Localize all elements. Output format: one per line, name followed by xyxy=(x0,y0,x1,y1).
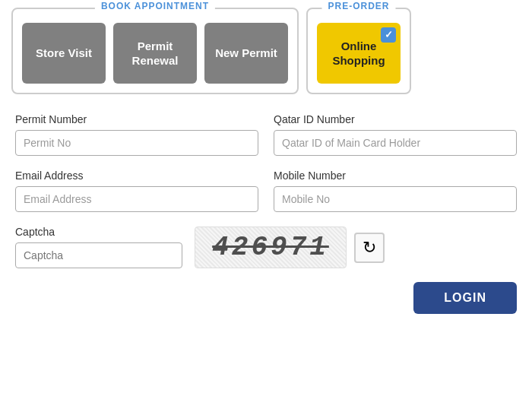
form-section: Permit Number Qatar ID Number Email Addr… xyxy=(0,106,532,337)
captcha-image: 426971 xyxy=(195,227,347,268)
permit-renewal-tab[interactable]: Permit Renewal xyxy=(113,23,197,84)
recaptcha-icon[interactable]: ↻ xyxy=(354,233,385,263)
captcha-image-area: 426971 ↻ xyxy=(195,227,517,268)
login-button[interactable]: LOGIN xyxy=(413,282,517,314)
mobile-label: Mobile Number xyxy=(274,169,517,182)
online-shopping-tab[interactable]: Online Shopping ✓ xyxy=(317,23,401,84)
new-permit-tab[interactable]: New Permit xyxy=(204,23,288,84)
captcha-text: 426971 xyxy=(212,232,329,263)
email-group: Email Address xyxy=(15,169,258,212)
permit-number-input[interactable] xyxy=(15,130,258,156)
book-appointment-label: BOOK APPOINTMENT xyxy=(95,1,215,11)
captcha-label: Captcha xyxy=(15,226,182,238)
captcha-row: Captcha 426971 ↻ xyxy=(15,226,517,268)
mobile-input[interactable] xyxy=(274,186,517,212)
permit-qatar-row: Permit Number Qatar ID Number xyxy=(15,113,517,156)
email-input[interactable] xyxy=(15,186,258,212)
pre-order-group: PRE-ORDER Online Shopping ✓ xyxy=(306,8,411,94)
qatar-id-label: Qatar ID Number xyxy=(274,113,517,125)
qatar-id-group: Qatar ID Number xyxy=(274,113,517,156)
book-appointment-group: BOOK APPOINTMENT Store Visit Permit Rene… xyxy=(11,8,299,94)
captcha-input[interactable] xyxy=(15,242,182,268)
login-row: LOGIN xyxy=(15,282,517,322)
qatar-id-input[interactable] xyxy=(274,130,517,156)
permit-number-label: Permit Number xyxy=(15,113,258,125)
checkmark-icon: ✓ xyxy=(381,27,396,43)
pre-order-label: PRE-ORDER xyxy=(321,1,395,11)
mobile-group: Mobile Number xyxy=(274,169,517,212)
captcha-group: Captcha xyxy=(15,226,182,268)
email-mobile-row: Email Address Mobile Number xyxy=(15,169,517,212)
permit-number-group: Permit Number xyxy=(15,113,258,156)
email-label: Email Address xyxy=(15,169,258,182)
store-visit-tab[interactable]: Store Visit xyxy=(22,23,106,84)
